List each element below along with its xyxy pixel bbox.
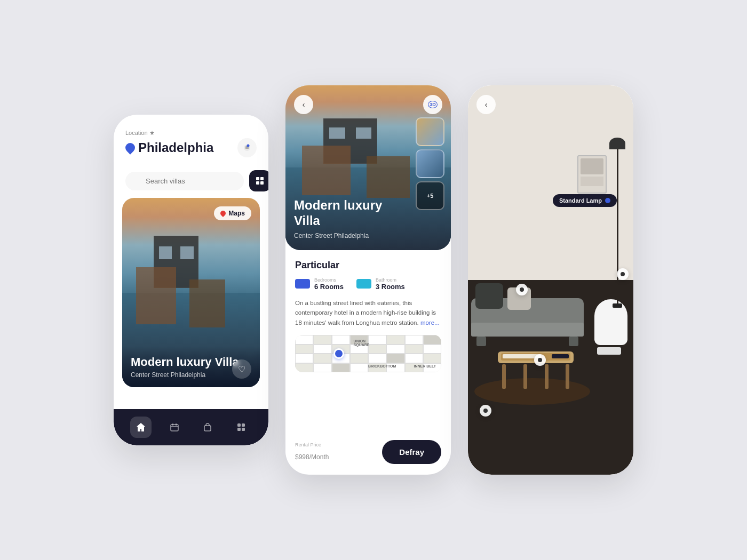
room-wall [468,85,633,300]
search-wrapper: 🔍 [125,172,244,190]
section-title: Particular [295,260,441,271]
map-pin-icon [219,210,227,217]
bedroom-label: Bedrooms [314,277,344,283]
hero-building [302,118,410,209]
thumb-2[interactable] [416,149,444,178]
search-row: 🔍 [114,163,268,198]
hero-info: Modern luxuryVilla Center Street Philade… [294,198,408,239]
nav-calendar[interactable] [164,417,185,438]
detail-hero: ‹ 3D +5 Modern luxuryVilla Center Street… [285,85,451,250]
screen1-header: Location Philadelphia [114,115,268,163]
bedroom-item: Bedrooms 6 Rooms [295,277,344,291]
detail-footer: Rental Price $998/Month Defray [285,440,451,475]
notification-button[interactable] [237,138,257,157]
more-link[interactable]: more... [420,319,440,326]
building [136,236,226,340]
screen-3: ‹ [468,85,633,475]
price-label: Rental Price [295,442,329,447]
svg-rect-8 [242,423,245,427]
back-button[interactable]: ‹ [294,95,313,114]
svg-rect-2 [171,425,178,431]
screen-1: Location Philadelphia [114,115,268,445]
location-label: Location [125,130,257,136]
location-pin-icon [123,141,137,154]
svg-rect-10 [242,428,245,431]
favorite-button[interactable]: ♡ [232,359,251,379]
bathroom-value: 3 Rooms [376,283,405,291]
grid-icon [256,177,264,185]
nav-grid[interactable] [231,417,252,438]
hero-title: Modern luxuryVilla [294,198,408,229]
mini-map[interactable]: UNIONSQUARE BRICKBOTTOM INNER BELT [295,335,441,372]
price-section: Rental Price $998/Month [295,442,329,462]
rooms-row: Bedrooms 6 Rooms Bathroom 3 Rooms [295,277,441,291]
hotspot-floor[interactable] [480,405,491,417]
view-3d-button[interactable]: 3D [423,95,442,114]
bedroom-value: 6 Rooms [314,283,344,291]
sofa [471,277,584,346]
map-location-pin [333,348,344,359]
price-value: $998/Month [295,449,329,462]
defray-button[interactable]: Defray [382,440,441,464]
maps-badge[interactable]: Maps [214,206,251,220]
search-input[interactable] [125,172,244,190]
bath-icon [356,279,371,289]
lamp-dot-icon [605,198,610,203]
nav-home[interactable] [130,417,152,438]
bathroom-item: Bathroom 3 Rooms [356,277,405,291]
filter-button[interactable] [249,170,268,191]
back-button-3[interactable]: ‹ [476,95,496,114]
nav-bag[interactable] [197,417,218,438]
art-frame [577,155,607,194]
lamp-tag[interactable]: Standard Lamp [553,194,617,207]
bed-icon [295,279,310,289]
bathroom-label: Bathroom [376,277,405,283]
map-label-brickbottom: BRICKBOTTOM [368,364,396,368]
thumbnail-strip: +5 [416,117,444,210]
hotspot-table[interactable] [534,354,546,366]
map-label-innerbelt: INNER BELT [414,364,436,368]
hotspot-chair[interactable] [617,268,629,280]
svg-point-1 [247,145,250,147]
villa-card[interactable]: Maps Modern luxury Villa Center Street P… [122,198,260,387]
city-name: Philadelphia [125,140,213,155]
room-view: ‹ [468,85,633,475]
city-row: Philadelphia [125,138,257,157]
svg-rect-7 [237,423,241,427]
lamp-pole [617,140,618,303]
description: On a bustling street lined with eateries… [295,298,441,327]
thumb-1[interactable] [416,117,444,146]
more-photos[interactable]: +5 [416,181,444,210]
screen-2: ‹ 3D +5 Modern luxuryVilla Center Street… [285,85,451,475]
svg-rect-9 [237,428,241,431]
detail-body: Particular Bedrooms 6 Rooms Bathroom 3 R… [285,250,451,440]
bottom-nav [114,409,268,445]
white-chair [586,299,632,358]
map-label-union: UNIONSQUARE [354,339,370,347]
svg-rect-6 [204,426,211,431]
hero-address: Center Street Philadelphia [294,232,408,239]
